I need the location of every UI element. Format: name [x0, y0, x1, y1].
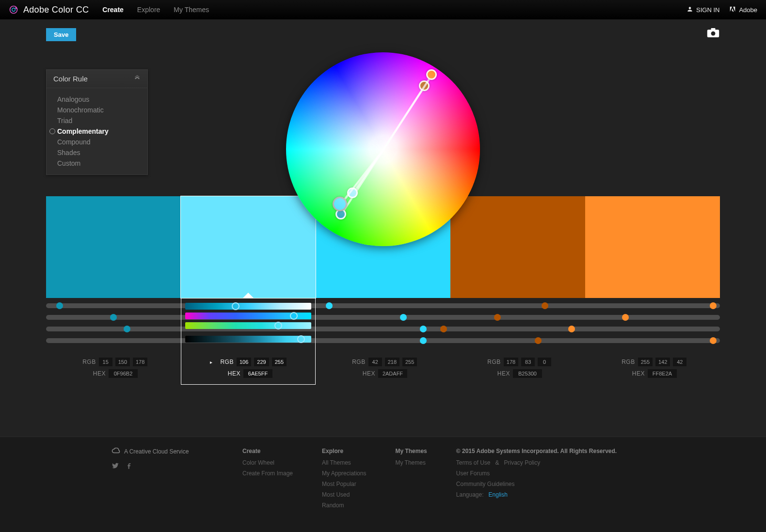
slider-track[interactable] — [46, 327, 720, 331]
slider-track[interactable] — [46, 338, 720, 343]
slider-handle[interactable] — [622, 314, 629, 321]
slider-handle[interactable] — [56, 302, 63, 309]
footer-col-mythemes: My ThemesMy Themes — [395, 448, 427, 513]
value-cell-4: RGB25514242HEXFF8E2A — [585, 355, 720, 386]
rgb-value[interactable]: 42 — [673, 358, 686, 366]
twitter-icon[interactable] — [112, 462, 119, 471]
wheel-handle[interactable] — [347, 188, 358, 198]
workspace: Save Color Rule AnalogousMonochromaticTr… — [0, 28, 766, 41]
rgb-value[interactable]: 0 — [538, 358, 551, 366]
slider-handle[interactable] — [710, 337, 717, 344]
rgb-value[interactable]: 83 — [521, 358, 535, 366]
footer-tagline: A Creative Cloud Service — [124, 448, 189, 455]
slider-track[interactable] — [46, 303, 720, 308]
color-rule-list: AnalogousMonochromaticTriadComplementary… — [47, 88, 147, 174]
adobe-link[interactable]: Adobe — [729, 6, 757, 14]
rule-option-compound[interactable]: Compound — [47, 137, 147, 147]
slider-track[interactable] — [46, 315, 720, 320]
adobe-label: Adobe — [739, 6, 757, 14]
lightness-slider[interactable] — [185, 322, 311, 329]
slider-handle[interactable] — [440, 326, 447, 332]
rgb-value[interactable]: 15 — [99, 358, 112, 366]
footer-legal-link[interactable]: Terms of Use — [456, 459, 491, 466]
footer-legal-link[interactable]: Privacy Policy — [504, 459, 541, 466]
footer: A Creative Cloud Service CreateColor Whe… — [0, 437, 766, 532]
footer-link[interactable]: Community Guidelines — [456, 481, 654, 487]
rgb-value[interactable]: 218 — [385, 358, 399, 366]
hex-value[interactable]: 0F96B2 — [109, 369, 138, 378]
nav-explore[interactable]: Explore — [137, 6, 160, 14]
value-cell-0: RGB15150178HEX0F96B2 — [46, 355, 181, 386]
color-wheel[interactable] — [286, 52, 480, 246]
slider-handle[interactable] — [710, 302, 717, 309]
hex-value[interactable]: FF8E2A — [648, 369, 677, 378]
svg-point-0 — [10, 6, 17, 14]
color-rule-header[interactable]: Color Rule — [47, 70, 147, 88]
slider-handle[interactable] — [124, 326, 130, 332]
facebook-icon[interactable] — [125, 462, 133, 471]
footer-col-legal: © 2015 Adobe Systems Incorporated. All R… — [456, 448, 654, 513]
footer-link[interactable]: Most Used — [322, 491, 366, 498]
hue-slider[interactable] — [185, 313, 311, 319]
footer-legal-link: & — [495, 459, 499, 466]
rule-option-complementary[interactable]: Complementary — [47, 126, 147, 137]
wheel-handle[interactable] — [426, 69, 437, 80]
slider-handle[interactable] — [110, 314, 117, 321]
rgb-value[interactable]: 255 — [638, 358, 653, 366]
main-nav: CreateExploreMy Themes — [102, 6, 209, 14]
saturation-slider[interactable] — [185, 303, 311, 310]
user-icon — [686, 6, 693, 14]
hex-value[interactable]: 2ADAFF — [378, 369, 407, 378]
rgb-value[interactable]: 150 — [115, 358, 130, 366]
footer-col-title: Explore — [322, 448, 366, 454]
collapse-icon[interactable] — [134, 75, 141, 83]
footer-link[interactable]: Create From Image — [242, 470, 293, 477]
logo[interactable]: Adobe Color CC — [9, 5, 89, 15]
signin-link[interactable]: SIGN IN — [686, 6, 719, 14]
app-header: Adobe Color CC CreateExploreMy Themes SI… — [0, 0, 766, 19]
footer-link[interactable]: Color Wheel — [242, 459, 293, 466]
active-swatch-editor — [181, 298, 316, 385]
value-cell-2: RGB42218255HEX2ADAFF — [316, 355, 450, 386]
slider-handle[interactable] — [420, 337, 427, 344]
rule-option-shades[interactable]: Shades — [47, 147, 147, 158]
rule-option-analogous[interactable]: Analogous — [47, 94, 147, 105]
swatch-4[interactable] — [585, 196, 720, 298]
hex-value[interactable]: B25300 — [513, 369, 542, 378]
nav-create[interactable]: Create — [102, 6, 124, 14]
rgb-value[interactable]: 142 — [655, 358, 670, 366]
rgb-value[interactable]: 255 — [402, 358, 417, 366]
slider-handle[interactable] — [420, 326, 427, 332]
footer-language-row: Language: English — [456, 491, 654, 498]
sliders-block — [46, 303, 720, 350]
footer-link[interactable]: My Appreciations — [322, 470, 366, 477]
brightness-slider[interactable] — [185, 336, 311, 343]
slider-handle[interactable] — [400, 314, 407, 321]
rgb-value[interactable]: 178 — [133, 358, 147, 366]
nav-my-themes[interactable]: My Themes — [174, 6, 209, 14]
rule-option-custom[interactable]: Custom — [47, 158, 147, 169]
footer-col-title: My Themes — [395, 448, 427, 454]
footer-link[interactable]: User Forums — [456, 470, 654, 477]
footer-link[interactable]: Most Popular — [322, 481, 366, 487]
footer-link[interactable]: My Themes — [395, 459, 427, 466]
footer-link[interactable]: Random — [322, 502, 366, 509]
slider-handle[interactable] — [535, 337, 542, 344]
rule-option-monochromatic[interactable]: Monochromatic — [47, 105, 147, 115]
slider-handle[interactable] — [326, 302, 333, 309]
rgb-value[interactable]: 42 — [368, 358, 382, 366]
camera-button[interactable] — [706, 28, 720, 38]
slider-handle[interactable] — [542, 302, 548, 309]
footer-link[interactable]: All Themes — [322, 459, 366, 466]
wheel-handle[interactable] — [335, 209, 346, 219]
rgb-value[interactable]: 178 — [504, 358, 518, 366]
language-select[interactable]: English — [489, 491, 508, 498]
wheel-handle[interactable] — [333, 197, 347, 211]
rule-option-triad[interactable]: Triad — [47, 115, 147, 126]
swatch-0[interactable] — [46, 196, 181, 298]
header-right: SIGN IN Adobe — [686, 6, 757, 14]
slider-handle[interactable] — [568, 326, 575, 332]
save-button[interactable]: Save — [46, 28, 76, 41]
wheel-handle[interactable] — [419, 80, 430, 91]
slider-handle[interactable] — [494, 314, 501, 321]
